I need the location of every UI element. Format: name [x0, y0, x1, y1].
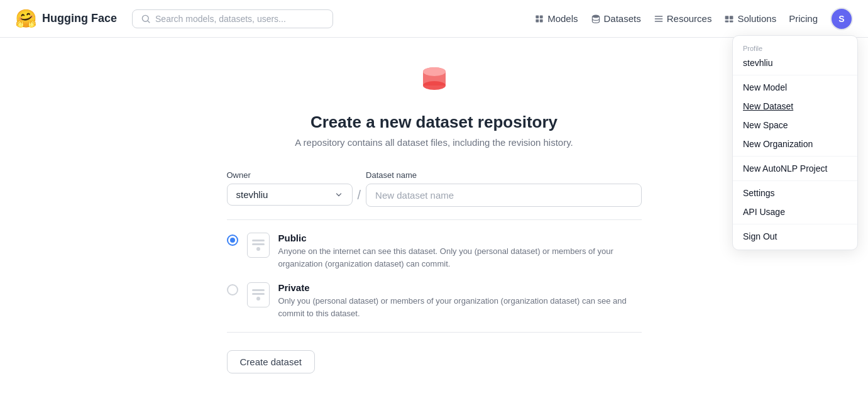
- public-radio[interactable]: [227, 235, 238, 246]
- datasets-icon: [591, 14, 601, 24]
- dropdown-new-autonlp[interactable]: New AutoNLP Project: [733, 159, 857, 178]
- logo-name: Hugging Face: [42, 12, 117, 25]
- nav-solutions-label: Solutions: [737, 13, 776, 24]
- dropdown-new-dataset[interactable]: New Dataset: [733, 97, 857, 116]
- svg-point-16: [423, 81, 446, 90]
- private-option-desc: Only you (personal dataset) or members o…: [278, 295, 642, 319]
- models-icon: [534, 14, 544, 24]
- nav-resources[interactable]: Resources: [654, 13, 712, 24]
- svg-point-17: [423, 67, 446, 76]
- dropdown-menu: Profile stevhliu New Model New Dataset N…: [732, 35, 858, 250]
- navbar: 🤗 Hugging Face Search models, datasets, …: [0, 0, 868, 38]
- public-option-text: Public Anyone on the internet can see th…: [278, 233, 642, 270]
- dropdown-new-organization[interactable]: New Organization: [733, 135, 857, 153]
- public-repo-icon: [247, 233, 270, 258]
- svg-rect-7: [654, 16, 662, 17]
- logo[interactable]: 🤗 Hugging Face: [15, 8, 117, 29]
- search-bar[interactable]: Search models, datasets, users...: [132, 9, 333, 28]
- svg-point-6: [592, 14, 599, 18]
- svg-rect-3: [540, 15, 543, 18]
- owner-group: Owner stevhliu: [227, 170, 353, 206]
- svg-point-0: [142, 15, 148, 21]
- page-title: Create a new dataset repository: [310, 113, 558, 132]
- dropdown-divider-1: [733, 75, 857, 75]
- dropdown-new-model[interactable]: New Model: [733, 78, 857, 97]
- dataset-icon: [417, 63, 452, 105]
- svg-rect-13: [730, 20, 733, 22]
- svg-rect-12: [725, 20, 729, 22]
- user-avatar[interactable]: S: [830, 8, 853, 30]
- owner-select[interactable]: stevhliu: [227, 184, 353, 206]
- dataset-name-input[interactable]: [366, 184, 641, 207]
- dropdown-divider-4: [733, 224, 857, 224]
- owner-value: stevhliu: [236, 189, 268, 200]
- svg-rect-8: [654, 18, 662, 19]
- nav-solutions[interactable]: Solutions: [724, 13, 776, 24]
- chevron-down-icon: [334, 190, 343, 199]
- dropdown-username[interactable]: stevhliu: [733, 53, 857, 72]
- dropdown-divider-2: [733, 156, 857, 157]
- dropdown-profile-label: Profile: [733, 40, 857, 53]
- logo-emoji: 🤗: [15, 8, 37, 29]
- nav-models-label: Models: [547, 13, 578, 24]
- dropdown-divider-3: [733, 180, 857, 181]
- repo-icon-bar-4: [252, 293, 265, 295]
- nav-pricing[interactable]: Pricing: [789, 13, 818, 24]
- svg-rect-2: [536, 15, 539, 18]
- dataset-name-group: Dataset name: [366, 170, 641, 207]
- public-option-title: Public: [278, 233, 642, 243]
- dropdown-sign-out[interactable]: Sign Out: [733, 227, 857, 246]
- repo-icon-dot-2: [256, 297, 260, 301]
- solutions-icon: [724, 14, 734, 24]
- nav-resources-label: Resources: [667, 13, 712, 24]
- repo-icon-bar-3: [252, 289, 265, 291]
- dropdown-settings[interactable]: Settings: [733, 184, 857, 202]
- repo-icon-bar-1: [252, 240, 265, 241]
- nav-models[interactable]: Models: [534, 13, 578, 24]
- svg-rect-11: [730, 16, 733, 19]
- dropdown-new-space[interactable]: New Space: [733, 116, 857, 135]
- private-option-text: Private Only you (personal dataset) or m…: [278, 282, 642, 319]
- repo-icon-dot-1: [256, 247, 260, 251]
- svg-line-1: [148, 21, 150, 23]
- owner-label: Owner: [227, 170, 353, 180]
- nav-datasets[interactable]: Datasets: [591, 13, 641, 24]
- form-divider-1: [227, 219, 642, 220]
- form-row-owner-name: Owner stevhliu / Dataset name: [227, 170, 642, 207]
- nav-pricing-label: Pricing: [789, 13, 818, 24]
- resources-icon: [654, 14, 664, 24]
- slash-separator: /: [358, 170, 361, 202]
- svg-rect-10: [725, 16, 729, 19]
- public-option-desc: Anyone on the internet can see this data…: [278, 245, 642, 270]
- visibility-public-option: Public Anyone on the internet can see th…: [227, 233, 642, 270]
- create-dataset-button[interactable]: Create dataset: [227, 350, 315, 373]
- private-repo-icon: [247, 282, 270, 307]
- form-area: Owner stevhliu / Dataset name Pu: [227, 170, 642, 373]
- nav-links: Models Datasets Resources Solutions Pric…: [534, 8, 853, 30]
- svg-rect-5: [540, 19, 543, 22]
- svg-rect-4: [536, 19, 539, 22]
- dataset-name-label: Dataset name: [366, 170, 641, 180]
- svg-rect-9: [654, 21, 662, 22]
- nav-datasets-label: Datasets: [604, 13, 641, 24]
- page-subtitle: A repository contains all dataset files,…: [295, 137, 573, 148]
- search-icon: [141, 14, 150, 23]
- repo-icon-bar-2: [252, 243, 265, 245]
- form-divider-2: [227, 332, 642, 333]
- visibility-private-option: Private Only you (personal dataset) or m…: [227, 282, 642, 319]
- search-placeholder: Search models, datasets, users...: [155, 14, 286, 24]
- private-radio[interactable]: [227, 284, 238, 295]
- private-option-title: Private: [278, 282, 642, 293]
- dropdown-api-usage[interactable]: API Usage: [733, 202, 857, 221]
